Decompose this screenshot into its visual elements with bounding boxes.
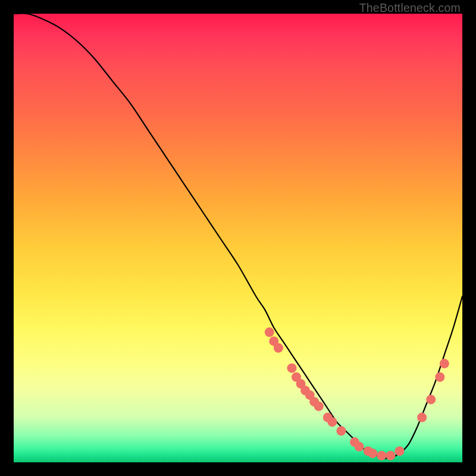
gpu-marker xyxy=(368,449,377,458)
gpu-marker xyxy=(426,394,436,404)
gpu-marker xyxy=(440,359,449,368)
plot-area xyxy=(14,14,462,462)
curve-layer xyxy=(14,14,462,462)
gpu-marker xyxy=(355,442,364,452)
gpu-marker xyxy=(435,372,444,382)
gpu-marker xyxy=(336,426,346,436)
gpu-marker xyxy=(327,417,337,427)
watermark-text: TheBottleneck.com xyxy=(359,1,461,15)
gpu-marker xyxy=(274,343,283,353)
bottleneck-curve xyxy=(14,14,462,458)
gpu-marker xyxy=(287,364,296,373)
gpu-marker xyxy=(386,451,395,461)
gpu-marker xyxy=(314,402,324,411)
gpu-scatter-markers xyxy=(265,327,449,460)
gpu-marker xyxy=(377,451,386,461)
gpu-marker xyxy=(265,327,274,337)
gpu-marker xyxy=(417,413,427,422)
chart-frame: TheBottleneck.com xyxy=(0,0,476,476)
gpu-marker xyxy=(394,446,404,456)
